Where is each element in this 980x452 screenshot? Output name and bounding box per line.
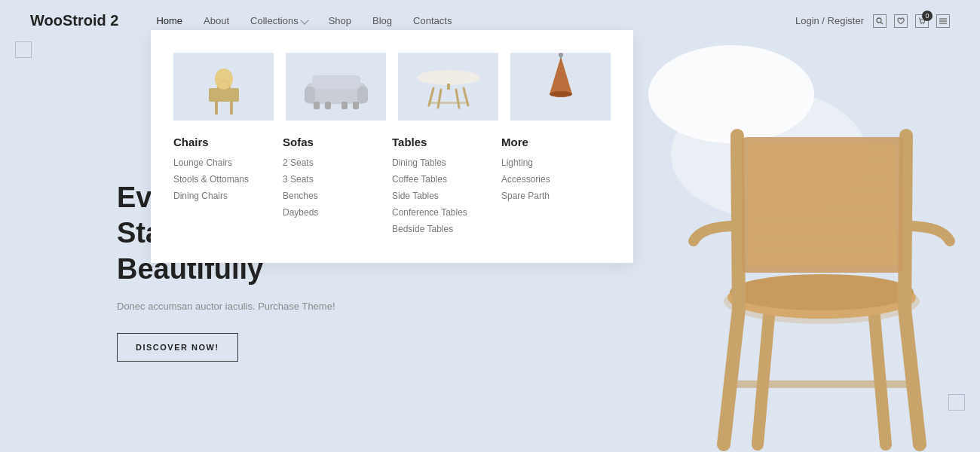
svg-point-3 bbox=[923, 23, 923, 23]
dining-chairs-link[interactable]: Dining Chairs bbox=[173, 191, 283, 201]
wishlist-icon[interactable] bbox=[894, 14, 908, 28]
svg-line-31 bbox=[905, 309, 920, 444]
lounge-chairs-link[interactable]: Lounge Chairs bbox=[173, 157, 283, 168]
logo[interactable]: WooStroid 2 bbox=[30, 12, 118, 29]
menu-icon[interactable] bbox=[936, 14, 950, 28]
svg-rect-9 bbox=[209, 88, 239, 102]
chair-category-image[interactable] bbox=[173, 53, 274, 121]
nav-about[interactable]: About bbox=[204, 15, 229, 26]
hero-subtitle: Donec accumsan auctor iaculis. Purchase … bbox=[117, 301, 494, 312]
header-icons: 0 bbox=[873, 14, 950, 28]
dining-tables-link[interactable]: Dining Tables bbox=[392, 157, 501, 168]
dropdown-columns: Chairs Lounge Chairs Stools & Ottomans D… bbox=[173, 136, 611, 240]
2-seats-link[interactable]: 2 Seats bbox=[283, 157, 392, 168]
corner-square-bottomright bbox=[948, 394, 965, 411]
corner-square-topleft bbox=[15, 41, 32, 58]
nav-home[interactable]: Home bbox=[156, 15, 182, 26]
discover-now-button[interactable]: DISCOVER NOW! bbox=[117, 333, 238, 362]
svg-point-0 bbox=[877, 18, 881, 23]
nav-blog[interactable]: Blog bbox=[372, 15, 392, 26]
dropdown-col-sofas: Sofas 2 Seats 3 Seats Benches Daybeds bbox=[283, 136, 392, 240]
sofa-category-image[interactable] bbox=[286, 53, 386, 121]
3-seats-link[interactable]: 3 Seats bbox=[283, 174, 392, 185]
chairs-title: Chairs bbox=[173, 136, 283, 148]
dropdown-col-chairs: Chairs Lounge Chairs Stools & Ottomans D… bbox=[173, 136, 283, 240]
svg-line-1 bbox=[881, 22, 884, 24]
svg-point-19 bbox=[417, 70, 480, 85]
svg-rect-16 bbox=[353, 102, 359, 109]
svg-point-10 bbox=[215, 69, 233, 90]
header-right: Login / Register 0 bbox=[795, 14, 950, 28]
svg-rect-12 bbox=[305, 87, 315, 103]
side-tables-link[interactable]: Side Tables bbox=[392, 191, 501, 201]
svg-point-2 bbox=[920, 23, 921, 23]
coffee-tables-link[interactable]: Coffee Tables bbox=[392, 174, 501, 185]
bedside-tables-link[interactable]: Bedside Tables bbox=[392, 224, 501, 234]
more-title: More bbox=[501, 136, 611, 148]
svg-line-30 bbox=[724, 309, 739, 444]
svg-line-24 bbox=[456, 90, 459, 108]
table-category-image[interactable] bbox=[398, 53, 498, 121]
sofas-title: Sofas bbox=[283, 136, 392, 148]
nav-contacts[interactable]: Contacts bbox=[413, 15, 452, 26]
cart-icon[interactable]: 0 bbox=[915, 14, 929, 28]
spare-parts-link[interactable]: Spare Parth bbox=[501, 191, 611, 201]
svg-point-36 bbox=[730, 274, 914, 310]
cart-badge: 0 bbox=[922, 11, 933, 21]
lamp-category-image[interactable] bbox=[510, 53, 611, 121]
hero-chair-image bbox=[663, 60, 980, 452]
svg-point-26 bbox=[550, 91, 572, 97]
benches-link[interactable]: Benches bbox=[283, 191, 392, 201]
dropdown-col-tables: Tables Dining Tables Coffee Tables Side … bbox=[392, 136, 501, 240]
svg-rect-25 bbox=[429, 102, 468, 104]
svg-rect-13 bbox=[357, 87, 368, 103]
dropdown-col-more: More Lighting Accessories Spare Parth bbox=[501, 136, 611, 240]
stools-ottomans-link[interactable]: Stools & Ottomans bbox=[173, 174, 283, 185]
accessories-link[interactable]: Accessories bbox=[501, 174, 611, 185]
svg-rect-18 bbox=[341, 102, 348, 109]
login-register-link[interactable]: Login / Register bbox=[795, 15, 864, 26]
search-icon[interactable] bbox=[873, 14, 887, 28]
chevron-down-icon bbox=[300, 16, 308, 24]
daybeds-link[interactable]: Daybeds bbox=[283, 207, 392, 218]
svg-rect-17 bbox=[325, 102, 331, 109]
lighting-link[interactable]: Lighting bbox=[501, 157, 611, 168]
svg-line-23 bbox=[438, 90, 441, 108]
nav-collections[interactable]: Collections bbox=[250, 15, 308, 26]
svg-rect-20 bbox=[447, 84, 450, 90]
main-nav: Home About Collections Shop Blog Contact… bbox=[156, 15, 795, 26]
svg-rect-15 bbox=[314, 102, 320, 109]
conference-tables-link[interactable]: Conference Tables bbox=[392, 207, 501, 218]
tables-title: Tables bbox=[392, 136, 501, 148]
svg-rect-14 bbox=[312, 75, 360, 89]
svg-point-28 bbox=[559, 53, 563, 57]
collections-dropdown: Chairs Lounge Chairs Stools & Ottomans D… bbox=[151, 30, 633, 263]
dropdown-images bbox=[173, 53, 611, 121]
nav-shop[interactable]: Shop bbox=[329, 15, 351, 26]
